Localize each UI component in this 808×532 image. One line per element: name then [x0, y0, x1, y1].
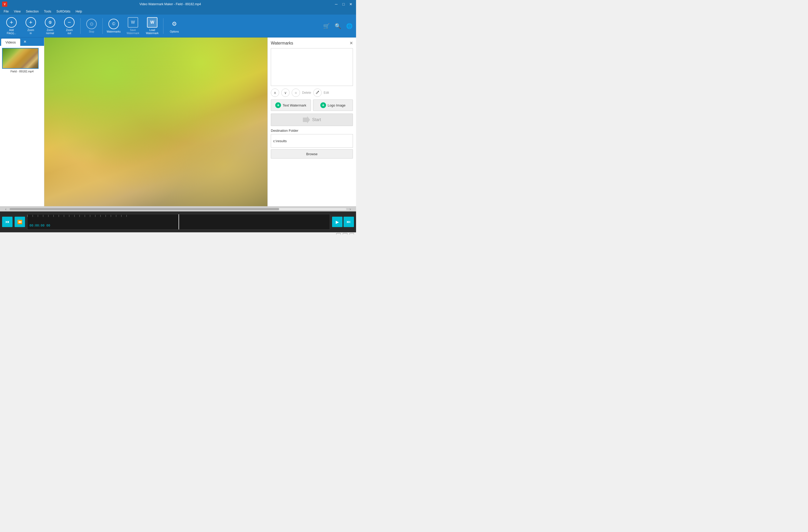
scrollbar-thumb[interactable] — [10, 208, 279, 210]
window-title: Video Watermark Maker - Field - 89182.mp… — [7, 2, 333, 6]
main-area: Videos ✕ Field - 89182.mp4 Watermarks ✕ — [0, 38, 356, 206]
load-watermark-button[interactable]: W LoadWatermark — [143, 16, 162, 36]
tick — [69, 215, 69, 217]
logo-image-button[interactable]: + Logo Image — [313, 99, 353, 111]
menu-selection[interactable]: Selection — [23, 9, 41, 14]
timeline-timecode: 00:00:00 00 — [30, 224, 50, 227]
minimize-button[interactable]: ─ — [333, 1, 339, 7]
tick — [38, 215, 38, 217]
video-item[interactable]: Field - 89182.mp4 — [2, 48, 42, 73]
center-panel — [44, 38, 268, 206]
video-preview — [44, 38, 268, 206]
scrollbar-area: ‹ › — [0, 206, 356, 211]
globe-icon[interactable]: 🌐 — [345, 21, 354, 31]
rewind-all-button[interactable]: ⏮ — [2, 217, 13, 227]
cart-icon[interactable]: 🛒 — [322, 21, 331, 31]
video-list: Field - 89182.mp4 — [0, 46, 44, 75]
play-icon: ▶ — [336, 220, 339, 225]
zoom-in-button[interactable]: + Zoomin — [21, 16, 40, 36]
zoom-normal-icon: ① — [45, 17, 55, 27]
tick — [64, 215, 64, 217]
menu-file[interactable]: File — [1, 9, 11, 14]
videos-tab-close[interactable]: ✕ — [21, 39, 29, 45]
timeline-area[interactable]: 00:00:00 00 — [27, 214, 330, 230]
rewind-button[interactable]: ⏪ — [15, 217, 25, 227]
logo-image-label: Logo Image — [328, 103, 346, 107]
stop-label: Stop — [89, 30, 94, 33]
options-icon: ⚙ — [169, 19, 180, 29]
heart-icon[interactable]: ♡ — [343, 233, 347, 234]
watermark-controls: ∧ ∨ ○ Delete Edit — [271, 89, 353, 97]
text-watermark-add-icon: + — [275, 102, 281, 108]
toolbar: + AddFile(s)... + Zoomin ① Zoomnormal − … — [0, 15, 356, 38]
edit-label[interactable]: Edit — [324, 91, 329, 95]
fast-forward-all-button[interactable]: ⏭ — [344, 217, 354, 227]
wrench-button[interactable] — [313, 89, 322, 97]
scroll-right-btn[interactable]: › — [347, 207, 351, 211]
videos-tab-bar: Videos ✕ — [0, 38, 44, 46]
menu-view[interactable]: View — [11, 9, 23, 14]
stop-button[interactable]: ⊙ Stop — [82, 16, 101, 36]
menu-softorbits[interactable]: SoftOrbits — [54, 9, 73, 14]
zoom-plus-button[interactable]: + — [48, 234, 50, 235]
status-icon-1[interactable]: ⊙ — [2, 234, 5, 235]
add-files-button[interactable]: + AddFile(s)... — [2, 16, 21, 36]
save-watermark-label: SaveWatermark — [127, 28, 140, 35]
zoom-out-icon: − — [64, 17, 75, 27]
scrollbar-track[interactable] — [10, 208, 347, 210]
delete-label[interactable]: Delete — [302, 91, 311, 95]
menu-help[interactable]: Help — [73, 9, 85, 14]
rewind-all-icon: ⏮ — [5, 220, 10, 224]
zoom-out-label: Zoomout — [66, 28, 73, 35]
search-icon[interactable]: 🔍 — [333, 21, 343, 31]
window-controls: ─ □ ✕ — [333, 1, 354, 7]
statusbar-right: ⊙ ♡ ⊕ — [336, 233, 354, 234]
app-logo: V — [2, 2, 7, 7]
tick — [90, 215, 90, 217]
options-label: Options — [170, 30, 179, 33]
save-watermark-icon: W — [128, 17, 138, 27]
browse-button[interactable]: Browse — [271, 149, 353, 158]
tick — [111, 215, 111, 217]
watermarks-panel: Watermarks ✕ ∧ ∨ ○ Delete Edit + Text Wa… — [268, 38, 356, 206]
feedback-icon[interactable]: ⊙ — [336, 233, 341, 234]
save-watermark-button[interactable]: W SaveWatermark — [124, 16, 142, 36]
start-button[interactable]: Start — [271, 114, 353, 126]
destination-input[interactable]: c:\results — [271, 134, 353, 148]
timeline-playhead[interactable] — [179, 214, 179, 229]
panel-header: Watermarks ✕ — [271, 41, 353, 45]
text-watermark-button[interactable]: + Text Watermark — [271, 99, 311, 111]
close-button[interactable]: ✕ — [348, 1, 354, 7]
videos-tab-label[interactable]: Videos — [1, 39, 20, 46]
add-watermark-buttons: + Text Watermark + Logo Image — [271, 99, 353, 111]
tick — [121, 215, 122, 217]
zoom-minus-button[interactable]: − — [11, 234, 13, 235]
panel-close-button[interactable]: ✕ — [350, 41, 353, 45]
load-watermark-label: LoadWatermark — [146, 28, 159, 35]
zoom-percent: 45% — [52, 234, 58, 235]
circle-button[interactable]: ○ — [292, 89, 300, 97]
move-down-button[interactable]: ∨ — [281, 89, 290, 97]
titlebar: V Video Watermark Maker - Field - 89182.… — [0, 0, 356, 8]
video-filename: Field - 89182.mp4 — [2, 70, 42, 73]
move-up-button[interactable]: ∧ — [271, 89, 279, 97]
scroll-left-btn[interactable]: ‹ — [5, 207, 10, 211]
tick — [33, 215, 33, 217]
status-icon-2[interactable]: □ — [7, 234, 9, 235]
options-button[interactable]: ⚙ Options — [165, 16, 184, 36]
maximize-button[interactable]: □ — [341, 1, 347, 7]
menu-tools[interactable]: Tools — [41, 9, 54, 14]
timeline-right-controls: ▶ ⏭ — [332, 217, 354, 227]
play-button[interactable]: ▶ — [332, 217, 343, 227]
text-watermark-label: Text Watermark — [282, 103, 306, 107]
zoom-normal-button[interactable]: ① Zoomnormal — [41, 16, 59, 36]
zoom-out-button[interactable]: − Zoomout — [60, 16, 79, 36]
tick — [74, 215, 75, 217]
wrench-icon — [315, 91, 319, 95]
statusbar-zoom: − + 45% — [11, 234, 334, 235]
statusbar: ⊙ □ − + 45% ⊙ ♡ ⊕ — [0, 232, 356, 234]
watermarks-button[interactable]: © Watermarks — [104, 16, 123, 36]
share-icon[interactable]: ⊕ — [350, 233, 354, 234]
tick — [53, 215, 54, 217]
start-arrow-icon — [303, 116, 310, 124]
